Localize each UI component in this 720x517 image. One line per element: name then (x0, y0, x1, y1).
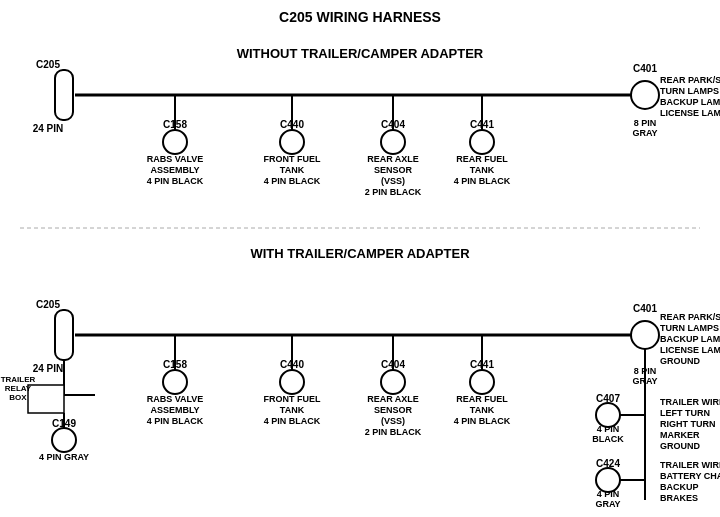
c407-label: C407 (596, 393, 620, 404)
c424-pin: 4 PIN (597, 489, 620, 499)
relay-box (28, 385, 64, 413)
c158b-desc2: ASSEMBLY (150, 405, 199, 415)
c404b-desc3: (VSS) (381, 416, 405, 426)
c401-label: C401 (633, 63, 657, 74)
c424-desc3: BACKUP (660, 482, 699, 492)
c440-desc1: FRONT FUEL (264, 154, 321, 164)
c404-connector (381, 130, 405, 154)
c404-desc3: (VSS) (381, 176, 405, 186)
c401-desc3: BACKUP LAMPS (660, 97, 720, 107)
c401b-label: C401 (633, 303, 657, 314)
c205b-label: C205 (36, 299, 60, 310)
c401-color: GRAY (632, 128, 657, 138)
c440-label: C440 (280, 119, 304, 130)
c407-desc3: RIGHT TURN (660, 419, 716, 429)
c158-label: C158 (163, 119, 187, 130)
c404b-connector (381, 370, 405, 394)
c407-desc4: MARKER (660, 430, 700, 440)
c424-desc1: TRAILER WIRES (660, 460, 720, 470)
c401b-desc5: GROUND (660, 356, 700, 366)
c404b-desc1: REAR AXLE (367, 394, 419, 404)
section1-heading: WITHOUT TRAILER/CAMPER ADAPTER (237, 46, 484, 61)
c205-sublabel: 24 PIN (33, 123, 64, 134)
c401b-desc3: BACKUP LAMPS (660, 334, 720, 344)
section2-heading: WITH TRAILER/CAMPER ADAPTER (250, 246, 470, 261)
c401-desc4: LICENSE LAMPS (660, 108, 720, 118)
c441b-connector (470, 370, 494, 394)
c404b-desc2: SENSOR (374, 405, 413, 415)
c441b-label: C441 (470, 359, 494, 370)
c205b-connector (55, 310, 73, 360)
c158-desc3: 4 PIN BLACK (147, 176, 204, 186)
c401b-desc4: LICENSE LAMPS (660, 345, 720, 355)
c407-desc2: LEFT TURN (660, 408, 710, 418)
c440b-label: C440 (280, 359, 304, 370)
c158b-desc3: 4 PIN BLACK (147, 416, 204, 426)
relay-box-label3: BOX (9, 393, 27, 402)
c441-desc2: TANK (470, 165, 495, 175)
c441b-desc3: 4 PIN BLACK (454, 416, 511, 426)
c404-label: C404 (381, 119, 405, 130)
c441-label: C441 (470, 119, 494, 130)
c158-desc1: RABS VALVE (147, 154, 204, 164)
c205b-sublabel: 24 PIN (33, 363, 64, 374)
c407-pin: 4 PIN (597, 424, 620, 434)
c407-desc5: GROUND (660, 441, 700, 451)
c205-connector (55, 70, 73, 120)
c149-label: C149 (52, 418, 76, 429)
relay-box-label2: RELAY (5, 384, 32, 393)
c158b-desc1: RABS VALVE (147, 394, 204, 404)
c149-sublabel: 4 PIN GRAY (39, 452, 89, 462)
c404b-label: C404 (381, 359, 405, 370)
c158b-label: C158 (163, 359, 187, 370)
c401-pin: 8 PIN (634, 118, 657, 128)
c424-color: GRAY (595, 499, 620, 509)
c424-desc4: BRAKES (660, 493, 698, 503)
page-title: C205 WIRING HARNESS (279, 9, 441, 25)
c404-desc2: SENSOR (374, 165, 413, 175)
c441-desc3: 4 PIN BLACK (454, 176, 511, 186)
c205-label: C205 (36, 59, 60, 70)
c158-desc2: ASSEMBLY (150, 165, 199, 175)
c401-desc2: TURN LAMPS (660, 86, 719, 96)
c424-desc2: BATTERY CHARGE (660, 471, 720, 481)
c407-desc1: TRAILER WIRES (660, 397, 720, 407)
c440-connector (280, 130, 304, 154)
c404-desc1: REAR AXLE (367, 154, 419, 164)
c440b-connector (280, 370, 304, 394)
c404-desc4: 2 PIN BLACK (365, 187, 422, 197)
relay-box-label1: TRAILER (1, 375, 36, 384)
c440-desc3: 4 PIN BLACK (264, 176, 321, 186)
c440b-desc2: TANK (280, 405, 305, 415)
c441b-desc2: TANK (470, 405, 495, 415)
c404b-desc4: 2 PIN BLACK (365, 427, 422, 437)
c441-desc1: REAR FUEL (456, 154, 508, 164)
c401b-desc2: TURN LAMPS (660, 323, 719, 333)
c440-desc2: TANK (280, 165, 305, 175)
c401-desc: REAR PARK/STOP (660, 75, 720, 85)
c158b-connector (163, 370, 187, 394)
c441b-desc1: REAR FUEL (456, 394, 508, 404)
c424-label: C424 (596, 458, 620, 469)
c440b-desc3: 4 PIN BLACK (264, 416, 321, 426)
c407-color: BLACK (592, 434, 624, 444)
c401b-connector (631, 321, 659, 349)
c441-connector (470, 130, 494, 154)
c440b-desc1: FRONT FUEL (264, 394, 321, 404)
c401-connector (631, 81, 659, 109)
c401b-desc1: REAR PARK/STOP (660, 312, 720, 322)
c158-connector (163, 130, 187, 154)
c149-connector (52, 428, 76, 452)
